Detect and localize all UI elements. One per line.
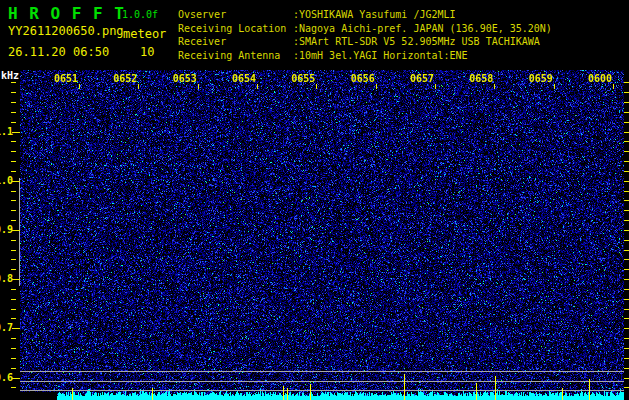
- freq-major-tick: [12, 181, 20, 182]
- freq-minor-tick-right: [624, 387, 629, 388]
- freq-minor-tick-right: [624, 358, 629, 359]
- time-tick-label: 0652: [112, 73, 138, 84]
- hrofft-screen: H R O F F T 1.0.0f YY2611200650.png mete…: [0, 0, 629, 400]
- freq-minor-tick: [11, 191, 16, 192]
- time-tick-mark: [138, 84, 139, 89]
- freq-minor-tick: [11, 348, 16, 349]
- freq-minor-tick-right: [624, 210, 629, 211]
- freq-major-tick: [12, 279, 20, 280]
- freq-minor-tick-right: [624, 338, 629, 339]
- time-tick-mark: [554, 84, 555, 89]
- freq-minor-tick-right: [624, 328, 629, 329]
- station-info-row: Receiving Antenna:10mH 3el.YAGI Horizont…: [178, 49, 552, 63]
- file-datetime: 26.11.20 06:50: [8, 45, 109, 59]
- freq-minor-tick: [11, 358, 16, 359]
- station-info-value: :10mH 3el.YAGI Horizontal:ENE: [293, 49, 468, 63]
- freq-minor-tick: [11, 240, 16, 241]
- output-filename: YY2611200650.png: [8, 24, 124, 38]
- time-tick-label: 0651: [53, 73, 79, 84]
- freq-minor-tick-right: [624, 181, 629, 182]
- mode-label: meteor: [123, 27, 166, 41]
- freq-minor-tick-right: [624, 102, 629, 103]
- station-info-value: :SMArt RTL-SDR V5 52.905MHz USB TACHIKAW…: [293, 35, 540, 49]
- time-tick-label: 0654: [231, 73, 257, 84]
- time-tick-label: 0600: [587, 73, 613, 84]
- time-tick-mark: [435, 84, 436, 89]
- freq-minor-tick: [11, 102, 16, 103]
- station-info-row: Receiving Location:Nagoya Aichi-pref. JA…: [178, 22, 552, 36]
- freq-minor-tick-right: [624, 200, 629, 201]
- freq-minor-tick-right: [624, 259, 629, 260]
- freq-minor-tick-right: [624, 299, 629, 300]
- freq-minor-tick-right: [624, 378, 629, 379]
- freq-minor-tick-right: [624, 240, 629, 241]
- time-tick-label: 0659: [528, 73, 554, 84]
- station-info-row: Receiver:SMArt RTL-SDR V5 52.905MHz USB …: [178, 35, 552, 49]
- freq-major-tick: [12, 132, 20, 133]
- freq-minor-tick-right: [624, 230, 629, 231]
- time-tick-label: 0655: [290, 73, 316, 84]
- spectrogram-canvas: [20, 70, 624, 400]
- freq-minor-tick: [11, 299, 16, 300]
- app-title: H R O F F T: [8, 4, 125, 23]
- interval-value: 10: [140, 45, 154, 59]
- time-tick-label: 0653: [172, 73, 198, 84]
- freq-minor-tick-right: [624, 309, 629, 310]
- freq-major-tick: [12, 378, 20, 379]
- app-version: 1.0.0f: [122, 9, 158, 20]
- time-tick-mark: [494, 84, 495, 89]
- station-info-label: Receiving Antenna: [178, 49, 293, 63]
- freq-minor-tick: [11, 122, 16, 123]
- station-info-row: Ovserver:YOSHIKAWA Yasufumi /JG2MLI: [178, 8, 552, 22]
- freq-minor-tick-right: [624, 151, 629, 152]
- freq-minor-tick: [11, 259, 16, 260]
- freq-minor-tick-right: [624, 250, 629, 251]
- station-info-label: Receiving Location: [178, 22, 293, 36]
- freq-minor-tick-right: [624, 112, 629, 113]
- freq-minor-tick-right: [624, 279, 629, 280]
- freq-minor-tick-right: [624, 368, 629, 369]
- freq-minor-tick-right: [624, 141, 629, 142]
- freq-minor-tick-right: [624, 82, 629, 83]
- freq-minor-tick: [11, 200, 16, 201]
- freq-minor-tick: [11, 161, 16, 162]
- freq-minor-tick-right: [624, 348, 629, 349]
- freq-minor-tick: [11, 151, 16, 152]
- freq-minor-tick-right: [624, 132, 629, 133]
- scale-bar: [19, 178, 20, 286]
- freq-minor-tick: [11, 338, 16, 339]
- time-tick-mark: [613, 84, 614, 89]
- freq-minor-tick-right: [624, 269, 629, 270]
- freq-minor-tick: [11, 387, 16, 388]
- station-info-value: :YOSHIKAWA Yasufumi /JG2MLI: [293, 8, 456, 22]
- freq-minor-tick: [11, 309, 16, 310]
- freq-minor-tick: [11, 220, 16, 221]
- freq-minor-tick: [11, 171, 16, 172]
- freq-minor-tick: [11, 368, 16, 369]
- freq-major-tick: [12, 230, 20, 231]
- station-info-value: :Nagoya Aichi-pref. JAPAN (136.90E, 35.2…: [293, 22, 552, 36]
- freq-minor-tick-right: [624, 191, 629, 192]
- freq-minor-tick: [11, 141, 16, 142]
- station-info-label: Receiver: [178, 35, 293, 49]
- time-tick-label: 0657: [409, 73, 435, 84]
- freq-minor-tick-right: [624, 289, 629, 290]
- time-tick-mark: [257, 84, 258, 89]
- freq-major-tick: [12, 328, 20, 329]
- freq-axis-unit: kHz: [1, 70, 19, 81]
- freq-minor-tick: [11, 269, 16, 270]
- freq-minor-tick: [11, 318, 16, 319]
- time-tick-mark: [316, 84, 317, 89]
- freq-minor-tick-right: [624, 161, 629, 162]
- time-tick-mark: [79, 84, 80, 89]
- time-tick-label: 0656: [350, 73, 376, 84]
- freq-minor-tick-right: [624, 318, 629, 319]
- station-info: Ovserver:YOSHIKAWA Yasufumi /JG2MLIRecei…: [178, 8, 552, 62]
- freq-minor-tick: [11, 210, 16, 211]
- freq-minor-tick-right: [624, 171, 629, 172]
- time-tick-label: 0658: [468, 73, 494, 84]
- freq-minor-tick-right: [624, 220, 629, 221]
- time-tick-mark: [198, 84, 199, 89]
- freq-minor-tick: [11, 92, 16, 93]
- freq-minor-tick: [11, 289, 16, 290]
